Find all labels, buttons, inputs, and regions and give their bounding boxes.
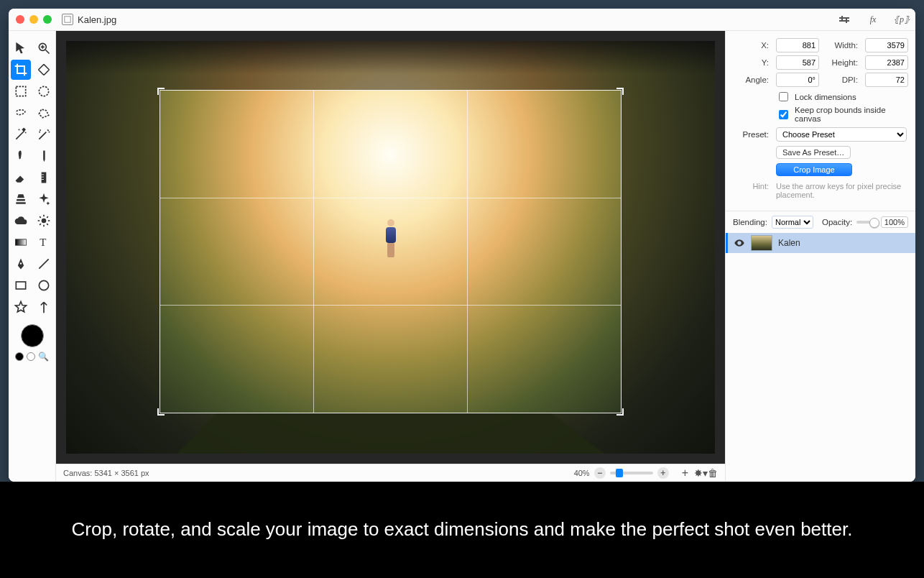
blending-select[interactable]: Normal [772,216,813,229]
blending-label: Blending: [733,218,767,226]
exposure-tool[interactable] [34,211,54,231]
fx-icon[interactable]: fx [865,12,881,27]
svg-rect-5 [16,86,25,96]
canvas[interactable] [66,41,715,454]
svg-point-6 [39,86,48,96]
delete-layer-button[interactable]: 🗑 [708,467,718,479]
zoom-percent: 40% [574,469,590,477]
keep-crop-inside-label: Keep crop bounds inside canvas [795,106,907,123]
height-field[interactable] [865,55,908,70]
cloud-tool[interactable] [11,211,31,231]
eraser-tool[interactable] [11,168,31,188]
crop-box[interactable] [160,91,621,413]
preset-select[interactable]: Choose Preset [776,127,907,142]
save-preset-button[interactable]: Save As Preset… [776,146,851,159]
poly-lasso-tool[interactable] [34,103,54,123]
crop-handle-br[interactable] [616,408,624,416]
zoom-slider[interactable] [610,472,653,474]
layer-name: Kalen [778,238,800,248]
titlebar: Kalen.jpg fx ⦃p⦄ [9,9,915,31]
swap-swatch-black[interactable] [15,352,24,361]
adjust-icon[interactable] [836,12,852,27]
svg-rect-7 [41,173,46,183]
lock-dimensions-label: Lock dimensions [795,93,856,101]
svg-line-17 [47,224,48,225]
dpi-label: DPI: [822,75,858,84]
inspector: X: Width: Y: Height: Angle: DPI: [725,31,915,482]
angle-label: Angle: [733,75,769,84]
swap-swatch-white[interactable] [27,352,35,361]
layer-options-button[interactable]: ✸▾ [694,467,708,479]
opacity-label: Opacity: [822,218,852,226]
window-controls [16,15,52,24]
svg-line-19 [40,224,41,225]
close-window-button[interactable] [16,15,24,24]
svg-point-24 [39,280,48,290]
layer-item[interactable]: Kalen [726,233,915,253]
app-window: Kalen.jpg fx ⦃p⦄ [9,9,915,482]
svg-line-2 [45,50,49,54]
line-tool[interactable] [34,254,54,274]
lasso-tool[interactable] [11,103,31,123]
crop-tool[interactable] [11,60,31,80]
zoom-out-button[interactable]: − [594,467,606,479]
svg-point-11 [41,219,46,224]
arrow-shape-tool[interactable] [34,297,54,317]
layer-list: Kalen [726,233,915,482]
sparkle-tool[interactable] [34,189,54,209]
layer-thumbnail [751,235,772,251]
svg-line-18 [47,216,48,218]
crop-handle-bl[interactable] [157,408,165,416]
add-layer-button[interactable]: + [682,467,688,480]
hint-label: Hint: [733,182,769,199]
move-tool[interactable] [11,38,31,58]
pen-tool[interactable] [11,254,31,274]
presets-icon[interactable]: ⦃p⦄ [894,12,910,27]
y-field[interactable] [776,55,819,70]
keep-crop-inside-checkbox[interactable] [779,110,788,119]
opacity-slider[interactable] [856,221,877,224]
zoom-window-button[interactable] [43,15,52,24]
pencil-tool[interactable] [34,146,54,166]
preset-label: Preset: [733,130,769,139]
document-icon [62,14,73,25]
transform-tool[interactable] [34,60,54,80]
crop-handle-tr[interactable] [616,88,624,95]
svg-line-22 [39,259,48,268]
status-bar: Canvas: 5341 × 3561 px 40% − + + ✸▾ 🗑 [56,464,725,482]
magic-wand-tool[interactable] [11,124,31,144]
crop-handle-tl[interactable] [157,88,165,95]
eyedropper-icon[interactable]: 🔍 [38,352,49,362]
clone-stamp-tool[interactable] [11,189,31,209]
zoom-in-button[interactable]: + [657,467,669,479]
subject-figure [386,219,396,257]
dpi-field[interactable] [865,73,908,87]
ruler-tool[interactable] [34,168,54,188]
ellipse-select-tool[interactable] [34,81,54,101]
text-tool[interactable]: T [34,232,54,252]
gradient-tool[interactable] [11,232,31,252]
lock-dimensions-checkbox[interactable] [779,92,788,101]
x-field[interactable] [776,38,819,52]
rect-shape-tool[interactable] [11,275,31,295]
magic-select-tool[interactable] [34,124,54,144]
minimize-window-button[interactable] [29,15,38,24]
opacity-value: 100% [881,216,908,228]
foreground-color-swatch[interactable] [21,324,44,347]
y-label: Y: [733,58,769,67]
width-field[interactable] [865,38,908,52]
rect-select-tool[interactable] [11,81,31,101]
hint-text: Use the arrow keys for pixel precise pla… [776,182,907,199]
star-shape-tool[interactable] [11,297,31,317]
blend-bar: Blending: Normal Opacity: 100% [726,211,915,233]
ellipse-shape-tool[interactable] [34,275,54,295]
crop-image-button[interactable]: Crop Image [776,163,852,176]
svg-rect-0 [65,17,70,22]
brush-tool[interactable] [11,146,31,166]
angle-field[interactable] [776,73,819,87]
document-title: Kalen.jpg [78,14,116,25]
canvas-size-text: Canvas: 5341 × 3561 px [63,469,149,477]
svg-text:T: T [40,237,46,248]
zoom-tool[interactable] [34,38,54,58]
visibility-toggle-icon[interactable] [734,237,745,249]
